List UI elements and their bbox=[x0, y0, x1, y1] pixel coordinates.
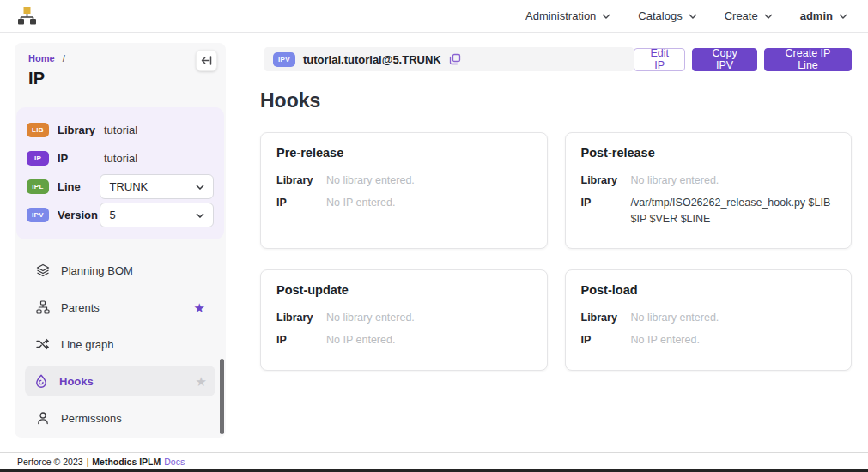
card-title: Post-release bbox=[581, 146, 836, 160]
breadcrumb-separator: / bbox=[63, 53, 65, 64]
row-label: IP bbox=[276, 332, 326, 348]
card-row: IP No IP entered. bbox=[276, 195, 531, 211]
collapse-sidebar-icon bbox=[201, 56, 212, 65]
card-pre-release: Pre-release Library No library entered. … bbox=[260, 132, 548, 249]
card-row: Library No library entered. bbox=[581, 172, 836, 189]
ipv-badge: IPV bbox=[273, 52, 295, 67]
card-title: Post-load bbox=[581, 283, 836, 297]
menu-catalogs[interactable]: Catalogs bbox=[638, 9, 696, 22]
card-row: Library No library entered. bbox=[581, 310, 836, 326]
ipv-title-strip: IPV tutorial.tutorial@5.TRUNK bbox=[264, 47, 634, 71]
breadcrumb-home-link[interactable]: Home bbox=[28, 53, 55, 64]
chevron-down-icon bbox=[839, 14, 847, 19]
library-badge: LIB bbox=[27, 123, 49, 137]
card-post-release: Post-release Library No library entered.… bbox=[565, 132, 853, 249]
row-value: No IP entered. bbox=[326, 332, 531, 348]
card-post-update: Post-update Library No library entered. … bbox=[260, 269, 548, 371]
card-title: Pre-release bbox=[276, 146, 531, 160]
row-value: No IP entered. bbox=[326, 195, 531, 211]
action-buttons: Edit IP Copy IPV Create IP Line bbox=[634, 48, 852, 71]
row-value: /var/tmp/ISO26262_release_hook.py $LIB $… bbox=[631, 195, 836, 227]
sidebar-scrollbar[interactable] bbox=[220, 359, 224, 434]
row-label: Library bbox=[276, 172, 326, 189]
sidebar-item-permissions[interactable]: Permissions bbox=[27, 402, 214, 433]
menu-catalogs-label: Catalogs bbox=[638, 9, 682, 22]
sidebar-item-label: Permissions bbox=[61, 412, 122, 425]
card-row: IP /var/tmp/ISO26262_release_hook.py $LI… bbox=[581, 195, 836, 227]
row-label: Library bbox=[581, 172, 631, 189]
menu-create[interactable]: Create bbox=[725, 9, 773, 22]
footer-docs-link[interactable]: Docs bbox=[164, 457, 185, 467]
sidebar: Home / IP LIB Library tutorial IP IP tut… bbox=[15, 43, 226, 438]
favorite-star-icon[interactable]: ★ bbox=[194, 301, 205, 314]
sidebar-header: Home / IP bbox=[15, 43, 226, 88]
navbar-menus: Administration Catalogs Create admin bbox=[525, 9, 847, 22]
row-value: No IP entered. bbox=[631, 332, 836, 348]
version-select-value: 5 bbox=[109, 209, 115, 221]
ip-value: tutorial bbox=[104, 152, 137, 165]
row-value: No library entered. bbox=[326, 310, 531, 326]
sidebar-item-label: Planning BOM bbox=[61, 264, 133, 277]
attr-row-ip: IP IP tutorial bbox=[27, 144, 214, 172]
chevron-down-icon bbox=[196, 213, 204, 218]
footer-separator: | bbox=[87, 457, 89, 467]
collapse-sidebar-button[interactable] bbox=[196, 50, 217, 71]
footer-brand: Methodics IPLM bbox=[92, 457, 161, 467]
line-select[interactable]: TRUNK bbox=[100, 174, 214, 199]
footer: Perforce © 2023 | Methodics IPLM Docs bbox=[0, 452, 868, 469]
card-row: IP No IP entered. bbox=[581, 332, 836, 348]
card-title: Post-update bbox=[276, 283, 531, 297]
ip-badge: IP bbox=[27, 151, 49, 166]
attr-row-line: IPL Line TRUNK bbox=[27, 172, 214, 201]
row-value: No library entered. bbox=[326, 172, 531, 189]
chevron-down-icon bbox=[764, 14, 773, 19]
menu-administration-label: Administration bbox=[525, 9, 596, 22]
sidebar-nav: Planning BOM Parents ★ Line graph Hooks … bbox=[15, 255, 226, 433]
attr-label: Version bbox=[58, 209, 98, 221]
sidebar-item-line-graph[interactable]: Line graph bbox=[27, 329, 214, 360]
attr-label: Line bbox=[58, 180, 98, 193]
line-select-value: TRUNK bbox=[109, 180, 148, 193]
menu-administration[interactable]: Administration bbox=[525, 9, 610, 22]
chevron-down-icon bbox=[196, 185, 204, 190]
section-title: Hooks bbox=[260, 89, 852, 112]
favorite-star-icon[interactable]: ★ bbox=[196, 375, 207, 388]
person-icon bbox=[35, 411, 50, 426]
ipv-badge: IPV bbox=[27, 208, 49, 222]
footer-copyright: Perforce © 2023 bbox=[17, 457, 83, 467]
row-label: IP bbox=[276, 195, 326, 211]
library-value: tutorial bbox=[104, 124, 137, 136]
layers-icon bbox=[35, 263, 50, 278]
ipl-badge: IPL bbox=[27, 179, 49, 194]
row-value: No library entered. bbox=[631, 172, 836, 189]
sidebar-item-planning-bom[interactable]: Planning BOM bbox=[27, 255, 214, 286]
create-ip-line-button[interactable]: Create IP Line bbox=[764, 48, 852, 71]
row-label: Library bbox=[276, 310, 326, 326]
edit-ip-button[interactable]: Edit IP bbox=[634, 48, 685, 71]
sidebar-item-hooks[interactable]: Hooks ★ bbox=[25, 366, 215, 396]
row-label: IP bbox=[581, 195, 631, 227]
card-row: Library No library entered. bbox=[276, 172, 531, 189]
sidebar-item-label: Parents bbox=[61, 301, 100, 314]
hooks-cards-grid: Pre-release Library No library entered. … bbox=[260, 132, 852, 371]
chevron-down-icon bbox=[689, 14, 697, 19]
page-title: IP bbox=[28, 69, 214, 88]
hook-icon bbox=[33, 374, 48, 389]
attr-row-library: LIB Library tutorial bbox=[27, 116, 214, 144]
menu-admin-user[interactable]: admin bbox=[800, 9, 847, 22]
row-label: Library bbox=[581, 310, 631, 326]
card-row: IP No IP entered. bbox=[276, 332, 531, 348]
chevron-down-icon bbox=[602, 14, 610, 19]
menu-create-label: Create bbox=[725, 9, 758, 22]
shuffle-icon bbox=[35, 337, 50, 352]
sidebar-item-parents[interactable]: Parents ★ bbox=[27, 292, 214, 323]
app-logo[interactable] bbox=[17, 6, 37, 26]
object-header: IPV tutorial.tutorial@5.TRUNK Edit IP Co… bbox=[260, 47, 852, 71]
row-value: No library entered. bbox=[631, 310, 836, 326]
version-select[interactable]: 5 bbox=[100, 203, 214, 227]
sidebar-item-label: Hooks bbox=[59, 375, 94, 388]
copy-ipv-button[interactable]: Copy IPV bbox=[692, 48, 757, 71]
ip-attributes-panel: LIB Library tutorial IP IP tutorial IPL … bbox=[16, 107, 224, 239]
attr-label: IP bbox=[58, 152, 102, 165]
copy-icon[interactable] bbox=[449, 53, 461, 65]
